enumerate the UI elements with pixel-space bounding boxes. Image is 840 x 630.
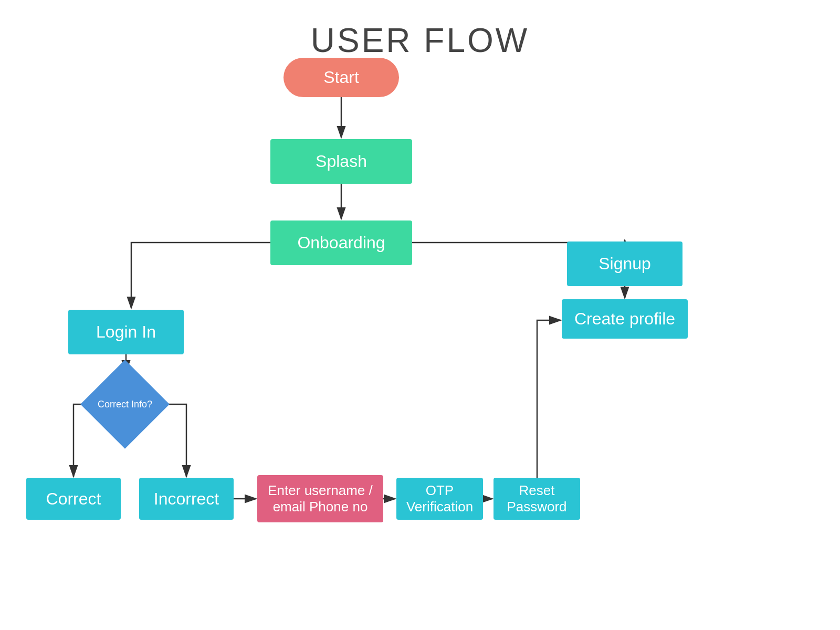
otp-node: OTP Verification: [396, 478, 483, 520]
login-node: Login In: [68, 310, 184, 354]
create-profile-node: Create profile: [562, 299, 688, 339]
diamond-label: Correct Info?: [93, 373, 156, 436]
start-node: Start: [284, 58, 399, 97]
page-title: USER FLOW: [0, 0, 840, 60]
reset-password-node: Reset Password: [494, 478, 580, 520]
correct-node: Correct: [26, 478, 121, 520]
enter-username-node: Enter username / email Phone no: [257, 475, 383, 522]
splash-node: Splash: [270, 139, 412, 184]
incorrect-node: Incorrect: [139, 478, 234, 520]
signup-node: Signup: [567, 242, 682, 286]
onboarding-node: Onboarding: [270, 220, 412, 265]
flowchart: USER FLOW Sta: [0, 0, 840, 630]
